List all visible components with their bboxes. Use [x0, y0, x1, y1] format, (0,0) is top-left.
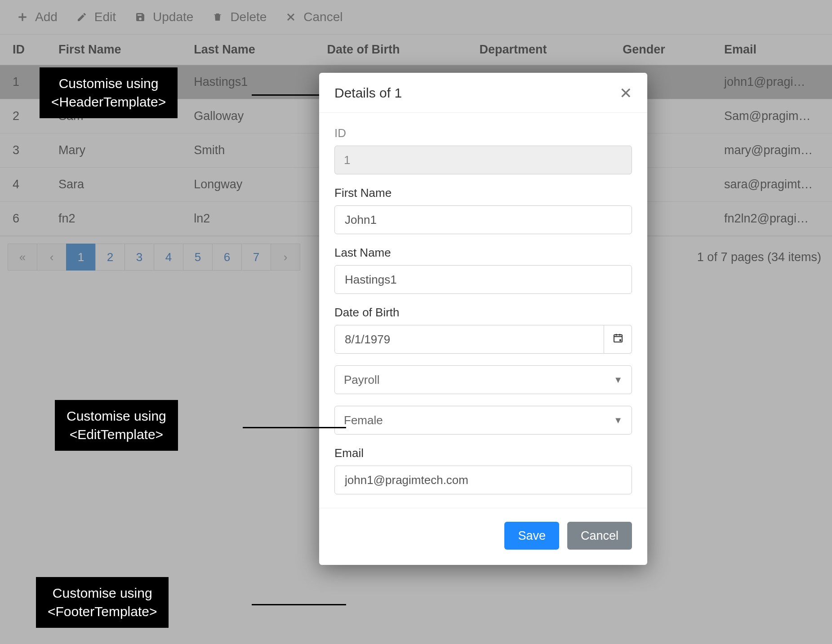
cell-email: mary@pragim…: [715, 133, 832, 168]
pager-prev[interactable]: ‹: [37, 244, 67, 271]
cell-first: Mary: [49, 133, 185, 168]
pager-next[interactable]: ›: [271, 244, 300, 271]
field-id: ID 1: [334, 126, 632, 174]
label-firstname: First Name: [334, 186, 632, 200]
calendar-icon: [613, 333, 623, 346]
x-icon: [285, 11, 297, 23]
field-gender: Female ▼: [334, 406, 632, 435]
edit-button[interactable]: Edit: [76, 10, 116, 24]
cancel-dialog-button[interactable]: Cancel: [567, 522, 632, 550]
cell-email: fn2ln2@pragi…: [715, 202, 832, 236]
cell-email: sara@pragimt…: [715, 168, 832, 202]
cell-last: ln2: [185, 202, 318, 236]
cell-last: Smith: [185, 133, 318, 168]
annotation-footer-line: [252, 604, 346, 605]
delete-label: Delete: [230, 10, 267, 24]
label-dob: Date of Birth: [334, 306, 632, 320]
annotation-edit: Customise using <EditTemplate>: [55, 400, 178, 451]
cell-first: Sara: [49, 168, 185, 202]
trash-icon: [211, 11, 224, 23]
input-firstname[interactable]: [334, 205, 632, 234]
delete-button[interactable]: Delete: [211, 10, 267, 24]
plus-icon: [16, 11, 29, 23]
col-firstname[interactable]: First Name: [49, 35, 185, 65]
field-firstname: First Name: [334, 186, 632, 234]
cell-last: Longway: [185, 168, 318, 202]
annotation-footer: Customise using <FooterTemplate>: [36, 577, 169, 628]
input-id: 1: [334, 146, 632, 174]
pager-page-1[interactable]: 1: [66, 244, 96, 271]
dialog-title: Details of 1: [334, 85, 402, 101]
update-button[interactable]: Update: [134, 10, 193, 24]
cancel-label: Cancel: [303, 10, 343, 24]
col-lastname[interactable]: Last Name: [185, 35, 318, 65]
edit-dialog: Details of 1 ✕ ID 1 First Name Last Name…: [319, 73, 647, 565]
pager-page-6[interactable]: 6: [212, 244, 242, 271]
pencil-icon: [76, 11, 88, 23]
cell-first: fn2: [49, 202, 185, 236]
pager: « ‹ 1234567 ›: [8, 244, 300, 271]
edit-label: Edit: [94, 10, 116, 24]
pager-info: 1 of 7 pages (34 items): [697, 250, 824, 264]
label-lastname: Last Name: [334, 246, 632, 260]
field-department: Payroll ▼: [334, 365, 632, 394]
col-email[interactable]: Email: [715, 35, 832, 65]
dialog-footer: Save Cancel: [319, 508, 647, 565]
chevron-down-icon: ▼: [614, 375, 623, 385]
pager-page-4[interactable]: 4: [154, 244, 183, 271]
col-id[interactable]: ID: [0, 35, 49, 65]
add-label: Add: [35, 10, 58, 24]
chevron-down-icon: ▼: [614, 415, 623, 426]
annotation-edit-line: [243, 427, 346, 428]
cell-last: Galloway: [185, 99, 318, 133]
save-icon: [134, 11, 147, 23]
pager-page-5[interactable]: 5: [183, 244, 213, 271]
pager-page-7[interactable]: 7: [241, 244, 271, 271]
cell-id: 3: [0, 133, 49, 168]
field-email: Email: [334, 446, 632, 494]
input-lastname[interactable]: [334, 265, 632, 294]
close-icon[interactable]: ✕: [619, 85, 632, 101]
cell-id: 6: [0, 202, 49, 236]
cell-id: 4: [0, 168, 49, 202]
col-dob[interactable]: Date of Birth: [318, 35, 471, 65]
cell-email: Sam@pragim…: [715, 99, 832, 133]
update-label: Update: [153, 10, 193, 24]
save-button[interactable]: Save: [504, 522, 559, 550]
cell-email: john1@pragi…: [715, 65, 832, 99]
add-button[interactable]: Add: [16, 10, 58, 24]
col-department[interactable]: Department: [470, 35, 614, 65]
dialog-body: ID 1 First Name Last Name Date of Birth …: [319, 113, 647, 508]
calendar-button[interactable]: [604, 325, 632, 354]
pager-page-2[interactable]: 2: [95, 244, 125, 271]
label-id: ID: [334, 126, 632, 140]
input-email[interactable]: [334, 466, 632, 494]
col-gender[interactable]: Gender: [614, 35, 715, 65]
label-email: Email: [334, 446, 632, 460]
annotation-header: Customise using <HeaderTemplate>: [40, 67, 178, 118]
field-lastname: Last Name: [334, 246, 632, 294]
select-gender[interactable]: Female ▼: [334, 406, 632, 435]
dialog-header: Details of 1 ✕: [319, 73, 647, 113]
field-dob: Date of Birth: [334, 306, 632, 354]
select-department[interactable]: Payroll ▼: [334, 365, 632, 394]
input-dob[interactable]: [334, 325, 604, 354]
pager-first[interactable]: «: [8, 244, 37, 271]
svg-point-8: [619, 340, 620, 341]
pager-page-3[interactable]: 3: [125, 244, 154, 271]
annotation-header-line: [252, 94, 319, 96]
header-row: ID First Name Last Name Date of Birth De…: [0, 35, 832, 65]
cancel-button[interactable]: Cancel: [285, 10, 343, 24]
toolbar: Add Edit Update Delete Cancel: [0, 0, 832, 35]
